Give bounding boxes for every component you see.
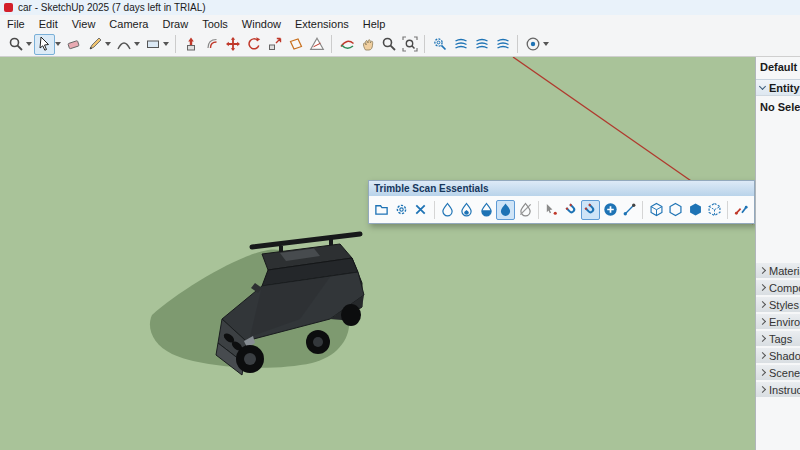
section-scenes[interactable]: Scenes — [756, 364, 800, 380]
gear-icon — [394, 202, 409, 217]
arc-icon — [116, 36, 132, 52]
scan-essentials-search-button[interactable] — [429, 34, 450, 55]
hexagon-filled-icon — [688, 202, 703, 217]
offset-icon — [204, 36, 220, 52]
density-outline-button[interactable] — [437, 200, 457, 220]
toolbar-separator — [331, 35, 332, 53]
section-label: Shadows — [769, 350, 800, 362]
tray-sections: Materials Components Styles Environments… — [756, 262, 800, 398]
scan-search-icon — [432, 36, 448, 52]
menu-tools[interactable]: Tools — [195, 17, 235, 31]
fit-edge-button[interactable] — [620, 200, 640, 220]
register-points-button[interactable] — [731, 200, 751, 220]
floating-toolbar-title[interactable]: Trimble Scan Essentials — [369, 181, 754, 196]
chevron-right-icon — [759, 352, 766, 359]
open-scan-button[interactable] — [372, 200, 392, 220]
add-point-button[interactable] — [600, 200, 620, 220]
mesh-wireframe-button[interactable] — [646, 200, 666, 220]
menu-file[interactable]: File — [0, 17, 32, 31]
section-environments[interactable]: Environments — [756, 313, 800, 329]
menu-help[interactable]: Help — [356, 17, 393, 31]
eraser-tool-button[interactable] — [63, 34, 84, 55]
rectangle-dropdown-caret[interactable] — [163, 42, 169, 46]
density-low-button[interactable] — [457, 200, 477, 220]
menu-camera[interactable]: Camera — [102, 17, 155, 31]
section-label: Scenes — [769, 367, 800, 379]
section-shadows[interactable]: Shadows — [756, 347, 800, 363]
zoom-extents-tool-button[interactable] — [399, 34, 420, 55]
select-tool-button[interactable] — [34, 34, 55, 55]
magnet-icon — [564, 202, 579, 217]
density-off-button[interactable] — [515, 200, 535, 220]
line-tool-button[interactable] — [84, 34, 105, 55]
window-title: car - SketchUp 2025 (7 days left in TRIA… — [18, 2, 206, 13]
snap-magnet-active-button[interactable] — [581, 200, 601, 220]
mesh-outline-button[interactable] — [666, 200, 686, 220]
section-components[interactable]: Components — [756, 279, 800, 295]
select-arrow-icon — [37, 36, 53, 52]
arc-tool-button[interactable] — [113, 34, 134, 55]
zoom-icon — [381, 36, 397, 52]
density-full-button[interactable] — [496, 200, 516, 220]
offset-tool-button[interactable] — [201, 34, 222, 55]
search-dropdown-caret[interactable] — [26, 42, 32, 46]
snap-magnet-button[interactable] — [561, 200, 581, 220]
section-plane-tool-button[interactable] — [285, 34, 306, 55]
mesh-bounds-button[interactable] — [705, 200, 725, 220]
pan-hand-icon — [360, 36, 376, 52]
menu-draw[interactable]: Draw — [155, 17, 195, 31]
arc-dropdown-caret[interactable] — [134, 42, 140, 46]
extension-tool-button[interactable] — [522, 34, 543, 55]
orbit-tool-button[interactable] — [336, 34, 357, 55]
section-styles[interactable]: Styles — [756, 296, 800, 312]
pick-point-button[interactable] — [542, 200, 562, 220]
menu-bar: File Edit View Camera Draw Tools Window … — [0, 15, 800, 32]
menu-view[interactable]: View — [65, 17, 103, 31]
move-tool-button[interactable] — [222, 34, 243, 55]
magnet-active-icon — [583, 202, 598, 217]
section-label: Styles — [769, 299, 799, 311]
section-instructor[interactable]: Instructor — [756, 381, 800, 397]
dimensions-tool-button[interactable] — [306, 34, 327, 55]
pan-tool-button[interactable] — [357, 34, 378, 55]
cursor-point-icon — [544, 202, 559, 217]
orbit-icon — [339, 36, 355, 52]
scan-layers-button-2[interactable] — [471, 34, 492, 55]
trimble-scan-essentials-toolbar: Trimble Scan Essentials — [368, 180, 755, 224]
extension-circle-icon — [525, 36, 541, 52]
scan-settings-button[interactable] — [392, 200, 412, 220]
mesh-solid-button[interactable] — [685, 200, 705, 220]
section-label: Environments — [769, 316, 800, 328]
scan-layers-button-3[interactable] — [492, 34, 513, 55]
menu-edit[interactable]: Edit — [32, 17, 65, 31]
chevron-down-icon — [759, 83, 766, 90]
section-tags[interactable]: Tags — [756, 330, 800, 346]
droplet-off-icon — [518, 202, 533, 217]
section-materials[interactable]: Materials — [756, 262, 800, 278]
menu-extensions[interactable]: Extensions — [288, 17, 356, 31]
rectangle-icon — [145, 36, 161, 52]
search-tool-button[interactable] — [5, 34, 26, 55]
close-icon — [413, 202, 428, 217]
zoom-tool-button[interactable] — [378, 34, 399, 55]
floating-separator — [727, 201, 728, 219]
droplet-outline-icon — [440, 202, 455, 217]
droplet-low-icon — [459, 202, 474, 217]
menu-window[interactable]: Window — [235, 17, 288, 31]
chevron-right-icon — [759, 386, 766, 393]
toolbar-separator — [175, 35, 176, 53]
chevron-right-icon — [759, 369, 766, 376]
extension-dropdown-caret[interactable] — [543, 42, 549, 46]
viewport-canvas[interactable]: Trimble Scan Essentials — [0, 57, 755, 450]
entity-info-header[interactable]: Entity Info — [756, 79, 800, 96]
model-scene — [0, 57, 755, 450]
select-dropdown-caret[interactable] — [55, 42, 61, 46]
density-mid-button[interactable] — [476, 200, 496, 220]
line-dropdown-caret[interactable] — [105, 42, 111, 46]
close-scan-button[interactable] — [411, 200, 431, 220]
scan-layers-button-1[interactable] — [450, 34, 471, 55]
pushpull-tool-button[interactable] — [180, 34, 201, 55]
scale-tool-button[interactable] — [264, 34, 285, 55]
rectangle-tool-button[interactable] — [142, 34, 163, 55]
rotate-tool-button[interactable] — [243, 34, 264, 55]
